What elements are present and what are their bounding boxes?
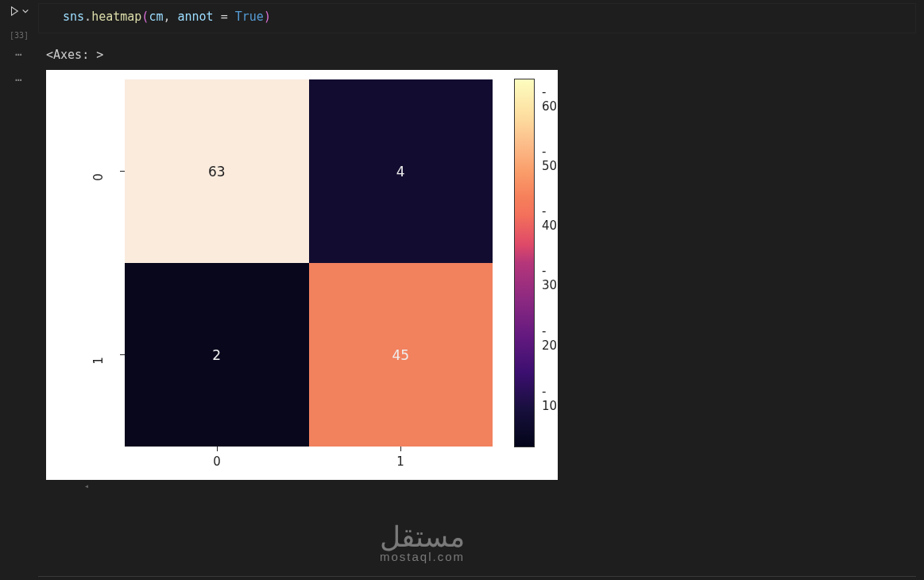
code-editor[interactable]: sns.heatmap(cm, annot = True) xyxy=(38,3,916,33)
run-button[interactable] xyxy=(9,6,29,17)
colorbar-tick: - 10 xyxy=(542,385,558,413)
y-tick-1: 1 xyxy=(91,357,106,365)
play-icon xyxy=(9,6,20,17)
code-token-arg: cm xyxy=(149,10,163,24)
output-gutter[interactable]: ⋯ xyxy=(0,44,38,61)
y-tick-0: 0 xyxy=(91,173,106,181)
watermark-url: mostaql.com xyxy=(380,550,465,563)
colorbar-tick: - 50 xyxy=(542,145,558,173)
watermark-logo-text: مستقل xyxy=(380,523,465,551)
output-text: <Axes: > xyxy=(38,44,111,65)
x-tick-0: 0 xyxy=(213,454,221,469)
colorbar-tick: - 60 xyxy=(542,85,558,114)
colorbar-tick: - 20 xyxy=(542,324,558,353)
code-token-param: annot xyxy=(178,10,214,24)
code-token-function: heatmap xyxy=(91,10,141,24)
x-tick-1: 1 xyxy=(396,454,404,469)
code-token-object: sns xyxy=(63,10,84,24)
y-tick-mark xyxy=(120,171,125,172)
heatmap-cell-1-1: 45 xyxy=(309,263,493,447)
x-tick-mark xyxy=(217,447,218,451)
colorbar-tick: - 30 xyxy=(542,264,558,292)
output-text-row: ⋯ <Axes: > xyxy=(0,40,924,65)
ellipsis-icon: ⋯ xyxy=(15,48,22,61)
y-tick-mark xyxy=(120,354,125,355)
cell-separator xyxy=(38,576,916,577)
heatmap-cell-0-0: 63 xyxy=(125,79,309,263)
watermark: مستقل mostaql.com xyxy=(380,523,465,563)
scroll-left-indicator[interactable]: ◂ xyxy=(46,480,558,491)
heatmap-cell-1-0: 2 xyxy=(125,263,309,447)
heatmap-plot: 63 4 2 45 0 1 0 1 - 10 - 20 - 30 - 40 - xyxy=(46,70,558,480)
colorbar-tick: - 40 xyxy=(542,204,558,233)
execution-count: [33] xyxy=(10,31,29,40)
x-tick-mark xyxy=(400,447,401,451)
ellipsis-icon: ⋯ xyxy=(15,73,22,87)
code-cell: [33] sns.heatmap(cm, annot = True) xyxy=(0,0,924,40)
plot-gutter[interactable]: ⋯ xyxy=(0,70,38,87)
code-token-eq: = xyxy=(214,10,235,24)
code-token-dot: . xyxy=(84,10,91,24)
heatmap-cell-0-1: 4 xyxy=(309,79,493,263)
heatmap-grid: 63 4 2 45 xyxy=(125,79,493,447)
cell-gutter: [33] xyxy=(0,3,38,40)
code-token-rparen: ) xyxy=(264,10,271,24)
output-plot-row: ⋯ 63 4 2 45 0 1 0 1 - 10 - 2 xyxy=(0,65,924,493)
code-token-comma: , xyxy=(163,10,177,24)
code-token-bool: True xyxy=(235,10,264,24)
svg-marker-0 xyxy=(12,7,18,16)
colorbar xyxy=(515,79,534,447)
code-line: sns.heatmap(cm, annot = True) xyxy=(63,8,907,26)
chevron-down-icon xyxy=(21,7,29,15)
